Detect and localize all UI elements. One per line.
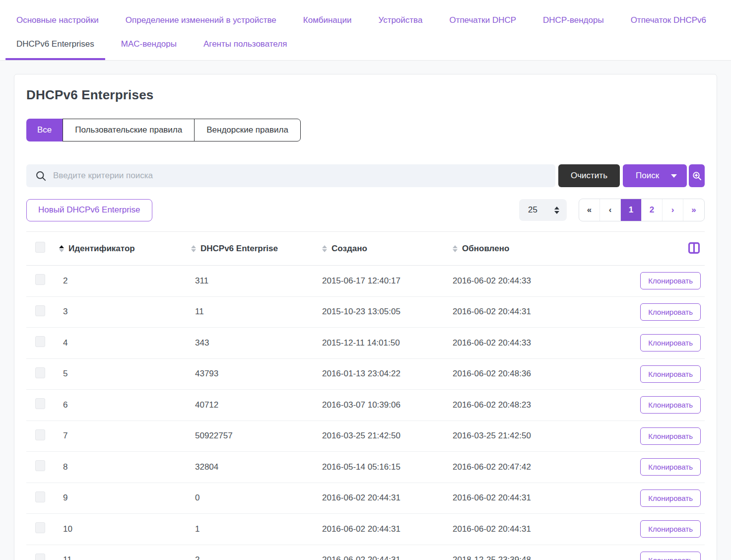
row-enterprise: 32804 [186,452,313,483]
column-header-dhcpv6-enterprise[interactable]: DHCPv6 Enterprise [191,244,313,254]
row-updated: 2018-12-25 23:39:48 [444,545,631,560]
column-label: Создано [332,244,367,254]
search-input[interactable] [53,171,548,181]
column-label: Обновлено [462,244,509,254]
sort-arrows-icon [322,245,327,252]
dhcpv6-enterprises-card: DHCPv6 Enterprises ВсеПользовательские п… [14,74,717,560]
row-created: 2015-06-17 12:40:17 [313,266,444,297]
caret-down-icon [671,174,677,178]
clone-button[interactable]: Клонировать [640,272,701,289]
row-id: 9 [54,483,186,514]
search-icon [35,170,47,182]
clone-button[interactable]: Клонировать [640,427,701,445]
row-checkbox[interactable] [35,274,45,285]
row-created: 2016-01-13 23:04:22 [313,358,444,390]
select-all-checkbox[interactable] [35,242,45,253]
new-dhcpv6-enterprise-button[interactable]: Новый DHCPv6 Enterprise [26,199,152,221]
row-id: 11 [54,545,186,560]
tab-устройства[interactable]: Устройства [367,8,433,32]
enterprises-table: ИдентификаторDHCPv6 EnterpriseСозданоОбн… [26,231,705,560]
pagination-page-1[interactable]: 1 [621,199,642,221]
clone-button[interactable]: Клонировать [640,552,701,560]
clone-button[interactable]: Клонировать [640,396,701,414]
tab-отпечаток-dhcpv6[interactable]: Отпечаток DHCPv6 [620,8,717,32]
pagination-next[interactable]: › [663,199,683,221]
row-updated: 2016-06-02 20:44:33 [444,328,631,359]
clone-button[interactable]: Клонировать [640,365,701,383]
column-header-идентификатор[interactable]: Идентификатор [59,244,186,254]
row-id: 2 [54,266,186,297]
table-row: 902016-06-02 20:44:312016-06-02 20:44:31… [26,483,705,514]
clone-button[interactable]: Клонировать [640,490,701,507]
advanced-search-button[interactable] [689,164,705,187]
search-box[interactable] [26,164,555,187]
row-id: 3 [54,296,186,328]
clone-button[interactable]: Клонировать [640,520,701,538]
column-settings-button[interactable] [687,241,701,256]
row-enterprise: 11 [186,296,313,328]
pagination-page-2[interactable]: 2 [642,199,663,221]
tab-dhcp-вендоры[interactable]: DHCP-вендоры [532,8,615,32]
search-button[interactable]: Поиск [623,164,687,187]
clone-button[interactable]: Клонировать [640,303,701,321]
row-created: 2015-12-11 14:01:50 [313,328,444,359]
clone-button[interactable]: Клонировать [640,334,701,351]
row-created: 2016-06-02 20:44:31 [313,545,444,560]
row-checkbox[interactable] [35,522,45,533]
pagination: «‹12›» [579,199,705,221]
row-enterprise: 43793 [186,358,313,390]
row-updated: 2016-03-25 21:42:50 [444,420,631,452]
row-id: 8 [54,452,186,483]
segment-пользовательские-правила[interactable]: Пользовательские правила [63,119,195,141]
table-row: 7509227572016-03-25 21:42:502016-03-25 2… [26,420,705,452]
tab-агенты-пользователя[interactable]: Агенты пользователя [193,32,298,56]
row-created: 2016-03-07 10:39:06 [313,390,444,421]
page-size-stepper-icon [554,207,559,214]
row-enterprise: 2 [186,545,313,560]
page-size-select[interactable]: 25 [519,199,567,221]
tab-определение-изменений-в-устройстве[interactable]: Определение изменений в устройстве [115,8,287,32]
column-header-создано[interactable]: Создано [322,244,444,254]
row-checkbox[interactable] [35,429,45,440]
pagination-last[interactable]: » [683,199,704,221]
row-id: 10 [54,514,186,545]
row-id: 4 [54,328,186,359]
row-created: 2016-06-02 20:44:31 [313,514,444,545]
page-size-value: 25 [528,205,554,215]
row-checkbox[interactable] [35,367,45,378]
row-enterprise: 343 [186,328,313,359]
row-id: 6 [54,390,186,421]
search-row: Очистить Поиск [26,164,705,187]
row-id: 7 [54,420,186,452]
table-row: 5437932016-01-13 23:04:222016-06-02 20:4… [26,358,705,390]
row-checkbox[interactable] [35,460,45,471]
pagination-prev[interactable]: ‹ [600,199,621,221]
row-enterprise: 1 [186,514,313,545]
row-created: 2016-06-02 20:44:31 [313,483,444,514]
column-header-обновлено[interactable]: Обновлено [453,244,631,254]
row-checkbox[interactable] [35,554,45,560]
tab-mac-вендоры[interactable]: MAC-вендоры [110,32,188,56]
row-checkbox[interactable] [35,305,45,316]
column-label: DHCPv6 Enterprise [200,244,278,254]
row-checkbox[interactable] [35,336,45,347]
sort-arrows-icon [59,245,64,252]
tab-dhcpv6-enterprises[interactable]: DHCPv6 Enterprises [5,32,105,56]
row-updated: 2016-06-02 20:48:36 [444,358,631,390]
row-checkbox[interactable] [35,491,45,502]
tab-основные-настройки[interactable]: Основные настройки [5,8,110,32]
table-row: 43432015-12-11 14:01:502016-06-02 20:44:… [26,328,705,359]
tab-отпечатки-dhcp[interactable]: Отпечатки DHCP [438,8,527,32]
row-checkbox[interactable] [35,398,45,409]
row-updated: 2016-06-02 20:44:33 [444,266,631,297]
tab-комбинации[interactable]: Комбинации [292,8,363,32]
segment-вендорские-правила[interactable]: Вендорские правила [194,119,301,141]
segment-все[interactable]: Все [26,119,63,141]
clone-button[interactable]: Клонировать [640,458,701,476]
row-enterprise: 311 [186,266,313,297]
search-button-label: Поиск [636,171,659,181]
row-updated: 2016-06-02 20:47:42 [444,452,631,483]
clear-button[interactable]: Очистить [558,164,620,187]
pagination-first[interactable]: « [579,199,600,221]
main-area: DHCPv6 Enterprises ВсеПользовательские п… [0,74,731,560]
